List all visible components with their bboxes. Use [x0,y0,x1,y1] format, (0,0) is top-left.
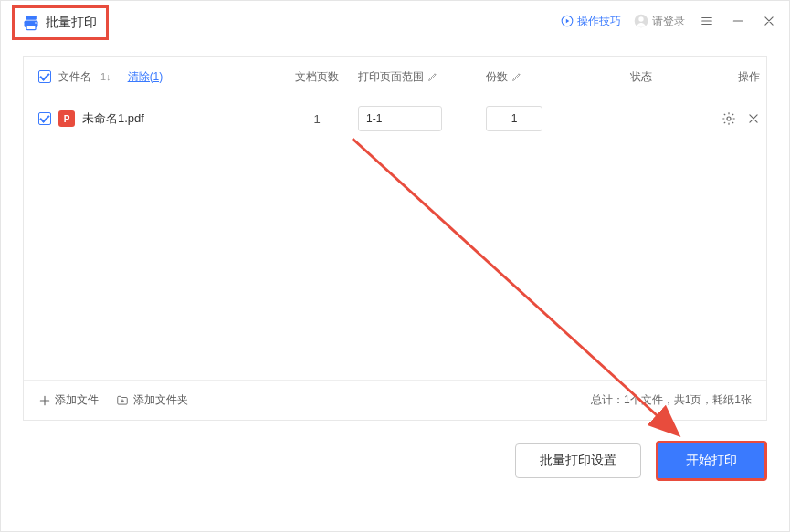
row-range-cell [358,106,486,131]
svg-point-7 [727,117,731,120]
th-range: 打印页面范围 [358,69,486,85]
remove-row-button[interactable] [747,112,760,125]
plus-icon [38,394,51,407]
footer-left: 添加文件 添加文件夹 [38,392,188,408]
close-icon [747,112,760,125]
bottom-bar: 批量打印设置 开始打印 [1,421,789,481]
add-folder-button[interactable]: 添加文件夹 [115,392,188,408]
folder-plus-icon [115,394,130,407]
batch-settings-button[interactable]: 批量打印设置 [515,443,641,478]
settings-row-button[interactable] [722,111,736,126]
th-filename: 文件名 1↓ 清除(1) [38,69,276,85]
th-copies: 份数 [486,69,595,85]
th-range-label: 打印页面范围 [358,69,424,85]
batch-settings-label: 批量打印设置 [540,453,616,469]
app-title: 批量打印 [46,15,97,31]
svg-point-6 [638,16,643,21]
login-link[interactable]: 请登录 [634,14,685,29]
titlebar: 批量打印 操作技巧 请登录 [1,1,789,41]
tips-link[interactable]: 操作技巧 [561,14,621,29]
svg-rect-0 [26,16,37,20]
th-action: 操作 [687,69,760,85]
summary-text: 总计：1个文件，共1页，耗纸1张 [591,392,752,408]
th-pages: 文档页数 [276,69,358,85]
minimize-button[interactable] [729,12,747,30]
row-checkbox[interactable] [38,112,51,125]
minimize-icon [732,15,744,27]
close-button[interactable] [760,12,778,30]
title-highlight-box: 批量打印 [12,5,109,40]
menu-button[interactable] [698,12,716,30]
add-file-button[interactable]: 添加文件 [38,392,99,408]
th-filename-label: 文件名 [58,69,91,85]
gear-icon [722,111,736,126]
row-pages: 1 [276,112,358,126]
select-all-checkbox[interactable] [38,70,51,83]
row-actions [687,111,760,126]
play-circle-icon [561,15,574,27]
clear-link[interactable]: 清除(1) [128,69,163,85]
add-folder-label: 添加文件夹 [133,392,188,408]
start-print-button[interactable]: 开始打印 [656,441,767,481]
file-panel: 文件名 1↓ 清除(1) 文档页数 打印页面范围 份数 状态 操作 P 未命名1… [23,56,767,421]
row-filename-cell: P 未命名1.pdf [38,110,276,127]
row-filename: 未命名1.pdf [82,110,144,127]
edit-icon[interactable] [427,71,438,82]
copies-input[interactable] [486,106,542,131]
th-copies-label: 份数 [486,69,508,85]
svg-rect-2 [26,26,36,30]
th-status-label: 状态 [630,69,652,85]
th-action-label: 操作 [738,69,760,85]
start-print-label: 开始打印 [686,453,737,469]
pdf-icon: P [58,110,75,127]
add-file-label: 添加文件 [55,392,99,408]
table-header: 文件名 1↓ 清除(1) 文档页数 打印页面范围 份数 状态 操作 [24,57,766,97]
th-status: 状态 [595,69,687,85]
printer-icon [22,14,40,32]
close-icon [763,15,775,27]
panel-footer: 添加文件 添加文件夹 总计：1个文件，共1页，耗纸1张 [24,380,766,420]
range-input[interactable] [358,106,442,131]
tips-link-label: 操作技巧 [577,14,621,29]
user-icon [634,14,648,28]
menu-icon [700,15,713,27]
row-copies-cell [486,106,595,131]
edit-icon[interactable] [511,71,522,82]
svg-point-3 [35,22,37,24]
th-pages-label: 文档页数 [295,69,339,85]
sort-icon[interactable]: 1↓ [100,71,111,82]
table-row: P 未命名1.pdf 1 [24,97,766,141]
titlebar-right: 操作技巧 请登录 [561,12,778,30]
login-link-label: 请登录 [652,14,685,29]
